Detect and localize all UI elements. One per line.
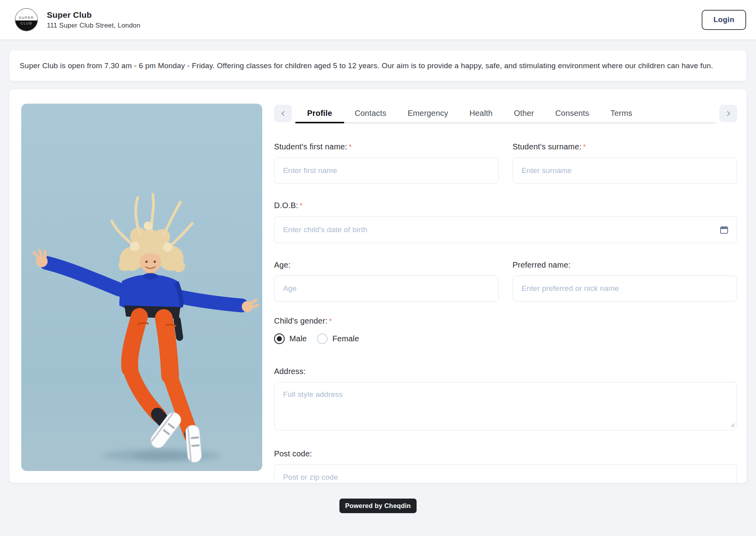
calendar-icon[interactable]	[720, 225, 728, 234]
info-banner: Super Club is open from 7.30 am - 6 pm M…	[9, 50, 747, 81]
tabs-scroll-left-button[interactable]	[274, 105, 292, 122]
gender-option-male[interactable]: Male	[274, 333, 307, 344]
gender-label: Child's gender:*	[274, 316, 737, 326]
powered-by-badge[interactable]: Powered by Cheqdin	[339, 499, 417, 513]
name-row: Student's first name:* Student's surname…	[274, 141, 737, 184]
registration-card: Profile Contacts Emergency Health Other …	[9, 89, 747, 483]
preferred-name-input[interactable]	[513, 275, 737, 302]
tab-health[interactable]: Health	[459, 104, 503, 123]
form-column: Profile Contacts Emergency Health Other …	[274, 104, 737, 483]
gender-radio-female[interactable]	[317, 333, 328, 344]
tab-terms[interactable]: Terms	[600, 104, 643, 123]
required-asterisk: *	[583, 143, 586, 151]
surname-label: Student's surname:*	[513, 141, 737, 152]
age-row: Age: Preferred name:	[274, 260, 737, 302]
resize-grip-icon[interactable]	[730, 422, 735, 428]
tab-bar: Profile Contacts Emergency Health Other …	[295, 104, 716, 123]
post-code-input[interactable]	[274, 464, 737, 483]
gender-group: Child's gender:* Male Female	[274, 316, 737, 344]
gender-option-female[interactable]: Female	[317, 333, 359, 344]
required-asterisk: *	[329, 317, 332, 325]
surname-input[interactable]	[513, 158, 737, 184]
tab-emergency[interactable]: Emergency	[397, 104, 459, 123]
gender-options: Male Female	[274, 333, 737, 344]
dob-input[interactable]	[274, 216, 737, 243]
header: SUPER CLUB Super Club 111 Super Club Str…	[0, 0, 756, 39]
brand-block: Super Club 111 Super Club Street, London	[47, 10, 141, 30]
child-photo	[21, 104, 262, 471]
age-label: Age:	[274, 260, 499, 270]
required-asterisk: *	[300, 202, 302, 210]
dob-group: D.O.B:*	[274, 200, 737, 243]
address-textarea[interactable]	[274, 382, 737, 430]
club-logo-icon: SUPER CLUB	[15, 8, 38, 31]
tabs-row: Profile Contacts Emergency Health Other …	[274, 104, 737, 123]
dob-label: D.O.B:*	[274, 200, 737, 211]
required-asterisk: *	[349, 143, 352, 151]
logo-bottom-text: CLUB	[15, 20, 37, 31]
gender-male-label: Male	[289, 334, 307, 343]
page-title: Super Club	[47, 10, 141, 20]
post-code-label: Post code:	[274, 449, 737, 459]
age-input[interactable]	[274, 275, 499, 302]
gender-radio-male[interactable]	[274, 333, 285, 344]
club-address: 111 Super Club Street, London	[47, 22, 141, 30]
preferred-name-label: Preferred name:	[513, 260, 737, 270]
chevron-right-icon	[725, 110, 732, 117]
chevron-left-icon	[280, 110, 286, 117]
address-label: Address:	[274, 366, 737, 376]
tab-profile[interactable]: Profile	[295, 104, 344, 123]
info-banner-text: Super Club is open from 7.30 am - 6 pm M…	[20, 61, 713, 70]
first-name-input[interactable]	[274, 158, 499, 184]
logo-top-text: SUPER	[15, 9, 37, 20]
first-name-label: Student's first name:*	[274, 141, 499, 152]
child-photo-illustration	[21, 104, 262, 471]
tab-contacts[interactable]: Contacts	[344, 104, 397, 123]
address-group: Address:	[274, 366, 737, 430]
gender-female-label: Female	[332, 334, 359, 343]
footer: Powered by Cheqdin	[0, 499, 756, 513]
login-button[interactable]: Login	[702, 10, 746, 30]
tabs-scroll-right-button[interactable]	[719, 105, 737, 122]
tab-consents[interactable]: Consents	[545, 104, 600, 123]
post-code-group: Post code:	[274, 449, 737, 483]
tab-other[interactable]: Other	[503, 104, 545, 123]
